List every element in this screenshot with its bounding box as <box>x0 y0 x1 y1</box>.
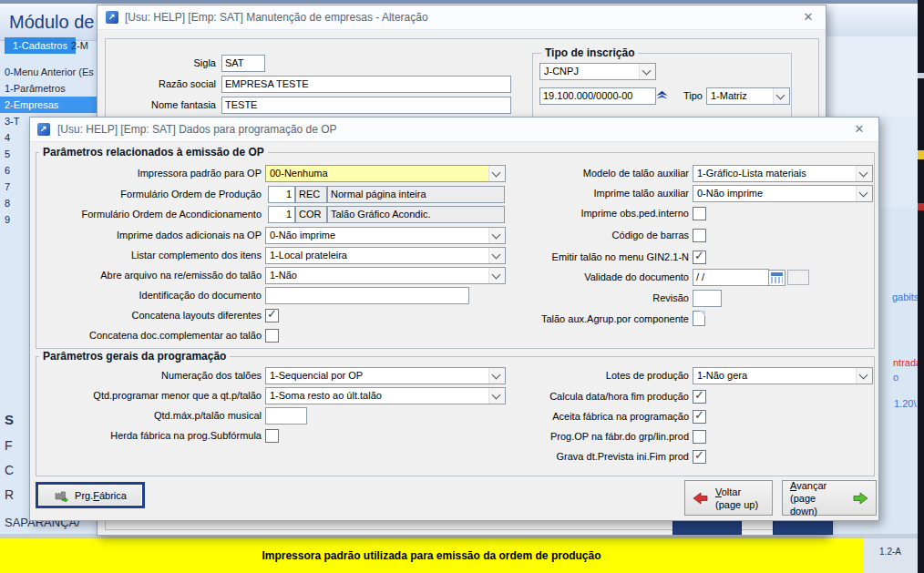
concat-doc-label: Concatena doc.complementar ao talão <box>37 327 262 344</box>
aceita-checkbox[interactable] <box>693 410 706 424</box>
imprime-talao-select[interactable]: 0-Não imprime <box>693 185 873 202</box>
section-gerais-title: Parâmetros gerais da programação <box>39 350 230 363</box>
razao-social-label: Razão social <box>98 76 216 93</box>
tab-2[interactable]: 2-M <box>71 37 88 54</box>
validade-extra-box <box>787 270 809 285</box>
complemento-label: Listar complemento dos itens <box>37 247 262 264</box>
validade-label: Validade do documento <box>467 269 689 286</box>
section-emissao-title: Parâmetros relacionados à emissão de OP <box>39 146 268 159</box>
dialog-titlebar[interactable]: [Usu: HELP] [Emp: SAT] Manutenção de emp… <box>98 5 826 30</box>
calcula-label: Calcula data/hora fim produção <box>467 388 689 405</box>
screen-edge-strip <box>918 0 924 573</box>
dialog-titlebar[interactable]: [Usu: HELP] [Emp: SAT] Dados para progra… <box>30 118 878 142</box>
prog-op-checkbox[interactable] <box>693 430 706 444</box>
imprime-talao-label: Imprime talão auxiliar <box>467 185 689 202</box>
razao-social-input[interactable]: EMPRESA TESTE <box>221 76 511 93</box>
red-left-arrow-icon <box>693 491 709 506</box>
factory-icon <box>54 489 69 502</box>
avancar-button[interactable]: Avançar (page down) <box>782 480 877 516</box>
numeracao-label: Numeração dos talões <box>37 367 262 384</box>
chevron-down-icon <box>856 186 872 201</box>
tipo-select[interactable]: 1-Matriz <box>706 87 790 105</box>
voltar-button[interactable]: Voltar (page up) <box>684 480 773 516</box>
chevron-down-icon <box>856 166 872 181</box>
herda-fabrica-checkbox[interactable] <box>265 429 279 443</box>
form-acond-label: Formulário Ordem de Acondicionamento <box>37 206 262 223</box>
obs-ped-checkbox[interactable] <box>693 207 706 220</box>
obs-ped-label: Imprime obs.ped.interno <box>467 205 689 222</box>
identificacao-input[interactable] <box>265 287 469 304</box>
qtd-max-label: Qtd.máx.p/talão musical <box>37 407 262 425</box>
nome-fantasia-label: Nome fantasia <box>98 97 216 114</box>
nome-fantasia-input[interactable]: TESTE <box>221 97 511 114</box>
receita-federal-icon[interactable] <box>655 88 669 101</box>
sigla-input[interactable]: SAT <box>221 55 265 72</box>
status-bar: Impressora padrão utilizada para emissão… <box>0 537 863 573</box>
sigla-label: Sigla <box>98 55 216 72</box>
green-right-arrow-icon <box>852 491 868 506</box>
chevron-down-icon <box>639 64 655 79</box>
form-producao-num-input[interactable]: 1 <box>268 186 295 203</box>
inscricao-select[interactable]: J-CNPJ <box>539 63 656 80</box>
emitir-gin-checkbox[interactable] <box>693 251 706 264</box>
cod-barras-label: Código de barras <box>467 227 689 244</box>
document-icon[interactable] <box>693 311 705 326</box>
bg-text-fragment: 1.20\ <box>894 398 916 409</box>
dialog-title: [Usu: HELP] [Emp: SAT] Manutenção de emp… <box>125 5 428 29</box>
concat-doc-checkbox[interactable] <box>265 329 279 343</box>
app-icon <box>106 11 118 24</box>
calendar-icon[interactable] <box>768 270 785 286</box>
emitir-gin-label: Emitir talão no menu GIN2.1-N <box>467 249 689 266</box>
form-acond-code: COR <box>295 206 327 223</box>
form-producao-label: Formulário Ordem de Produção <box>37 186 262 203</box>
prg-fabrica-button[interactable]: Prg.Fábrica <box>36 482 145 508</box>
chevron-down-icon <box>856 368 872 384</box>
concat-layouts-label: Concatena layouts diferentes <box>37 307 262 324</box>
revisao-label: Revisão <box>467 290 689 307</box>
status-message: Impressora padrão utilizada para emissão… <box>0 538 863 573</box>
sidebar-item-parametros[interactable]: 1-Parâmetros <box>0 80 97 97</box>
dialog-title: [Usu: HELP] [Emp: SAT] Dados para progra… <box>57 118 337 141</box>
sidebar-item-menu-anterior[interactable]: 0-Menu Anterior (Es <box>0 64 97 80</box>
close-icon[interactable] <box>846 119 873 139</box>
qtd-max-input[interactable] <box>265 407 307 425</box>
app-icon <box>37 123 50 136</box>
bg-text-fragment: R <box>5 487 14 502</box>
herda-fabrica-label: Herda fábrica na prog.Subfórmula <box>37 427 262 445</box>
close-icon[interactable] <box>795 7 822 27</box>
form-acond-num-input[interactable]: 1 <box>268 206 295 223</box>
version-label: 1.2-A <box>863 538 918 566</box>
validade-input[interactable]: / / <box>693 269 769 286</box>
grava-checkbox[interactable] <box>693 450 706 464</box>
chevron-down-icon <box>773 88 789 104</box>
sidebar-item-empresas[interactable]: 2-Empresas <box>0 97 97 113</box>
abre-arquivo-label: Abre arquivo na re/emissão do talão <box>37 267 262 284</box>
calcula-checkbox[interactable] <box>693 390 706 404</box>
identificacao-label: Identificação do documento <box>37 287 262 304</box>
modelo-talao-select[interactable]: 1-Gráfico-Lista materiais <box>693 165 873 182</box>
cod-barras-checkbox[interactable] <box>693 229 706 242</box>
bg-text-fragment: S <box>5 412 14 427</box>
dados-adicionais-label: Imprime dados adicionais na OP <box>37 227 262 244</box>
grava-label: Grava dt.Prevista ini.Fim prod <box>467 448 689 466</box>
revisao-input[interactable] <box>693 290 722 307</box>
concat-layouts-checkbox[interactable] <box>265 309 279 322</box>
tipo-inscricao-title: Tipo de inscrição <box>541 46 638 59</box>
bg-text-fragment: o <box>893 372 898 383</box>
bg-text-fragment: C <box>5 463 14 477</box>
dialog-programacao-op: [Usu: HELP] [Emp: SAT] Dados para progra… <box>29 117 879 521</box>
form-producao-code: REC <box>295 186 327 203</box>
cnpj-input[interactable]: 19.100.000/0000-00 <box>539 87 656 105</box>
prog-op-label: Prog.OP na fábr.do grp/lin.prod <box>467 428 689 445</box>
talao-aux-label: Talão aux.Agrup.por componente <box>467 311 689 328</box>
lotes-label: Lotes de produção <box>467 367 689 384</box>
bg-text-fragment: F <box>5 438 13 453</box>
qtd-programar-label: Qtd.programar menor que a qt.p/talão <box>37 387 262 404</box>
lotes-select[interactable]: 1-Não gera <box>693 367 873 384</box>
aceita-label: Aceita fábrica na programação <box>467 408 689 425</box>
version-cell: 1.2-A <box>863 537 918 573</box>
impressora-label: Impressora padrão para OP <box>37 165 262 182</box>
modelo-talao-label: Modelo de talão auxiliar <box>467 165 689 182</box>
tipo-label: Tipo <box>672 87 703 105</box>
tab-cadastros[interactable]: 1-Cadastros <box>5 37 76 54</box>
